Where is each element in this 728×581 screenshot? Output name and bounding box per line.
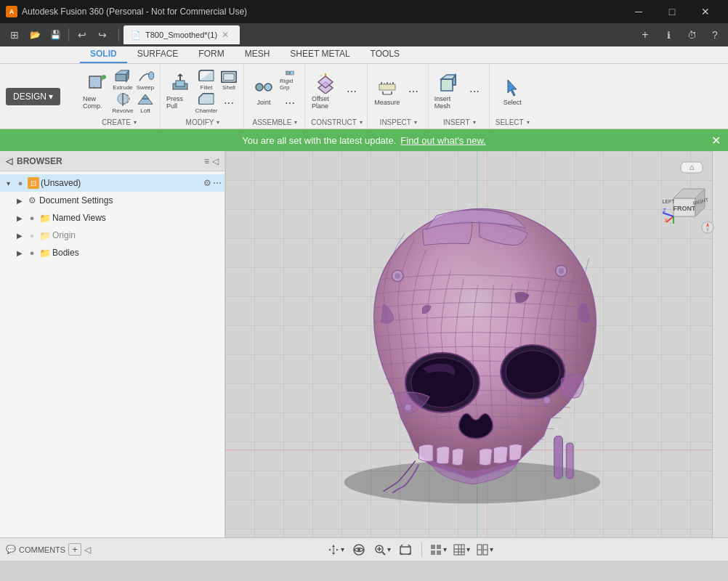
create-dropdown[interactable]: ▾ bbox=[134, 119, 137, 126]
browser-content: ▾ ● ⊡ (Unsaved) ⚙ ⋯ ▶ ⚙ Document Setting… bbox=[0, 171, 225, 537]
viewport[interactable]: ⌂ FRONT RIGHT LEFT X Y Z bbox=[225, 151, 728, 537]
extrude-button[interactable]: Extrude bbox=[113, 69, 133, 91]
more-assemble[interactable]: ⋯ bbox=[280, 92, 300, 114]
svg-rect-49 bbox=[554, 436, 563, 479]
view-cube[interactable]: ⌂ FRONT RIGHT LEFT X Y Z bbox=[663, 158, 721, 216]
notification-close-button[interactable]: ✕ bbox=[711, 134, 721, 147]
add-comment-button[interactable]: + bbox=[68, 543, 81, 556]
tab-mesh[interactable]: MESH bbox=[235, 46, 280, 63]
comments-section[interactable]: 💬 COMMENTS + ◁ bbox=[6, 543, 91, 556]
redo-button[interactable]: ↪ bbox=[94, 26, 111, 44]
maximize-button[interactable]: □ bbox=[655, 0, 689, 23]
eye-icon-root[interactable]: ● bbox=[15, 177, 26, 189]
expand-named-views[interactable]: ▶ bbox=[15, 213, 25, 223]
browser-options[interactable]: ≡ bbox=[204, 156, 209, 166]
sweep-button[interactable]: Sweep bbox=[135, 69, 155, 91]
browser-item-origin[interactable]: ▶ ● 📁 Origin bbox=[0, 227, 225, 244]
add-tab-button[interactable]: + bbox=[635, 25, 655, 45]
pan-tool-button[interactable]: ▾ bbox=[325, 541, 346, 558]
insert-dropdown[interactable]: ▾ bbox=[473, 119, 476, 126]
expand-root[interactable]: ▾ bbox=[3, 178, 13, 188]
browser-panel: ◁ BROWSER ≡ ◁ ▾ ● ⊡ (Unsaved) ⚙ ⋯ bbox=[0, 151, 225, 537]
more-modify[interactable]: ⋯ bbox=[219, 92, 239, 114]
tab-tools[interactable]: TOOLS bbox=[360, 46, 410, 63]
history-button[interactable]: ⏱ bbox=[682, 25, 702, 45]
nav-dropdown[interactable] bbox=[700, 220, 715, 235]
select-button[interactable]: Select bbox=[498, 74, 526, 109]
offset-plane-button[interactable]: Offset Plane bbox=[312, 74, 339, 109]
expand-bodies[interactable]: ▶ bbox=[15, 248, 25, 258]
minimize-button[interactable]: ─ bbox=[622, 0, 655, 23]
browser-title: ◁ BROWSER bbox=[6, 156, 62, 166]
loft-button[interactable]: Loft bbox=[135, 92, 155, 114]
more-icon-root[interactable]: ⋯ bbox=[213, 178, 222, 188]
measure-button[interactable]: Measure bbox=[373, 74, 401, 109]
construct-label: CONSTRUCT ▾ bbox=[311, 118, 363, 126]
more-construct[interactable]: ⋯ bbox=[341, 81, 362, 102]
gear-icon-root[interactable]: ⚙ bbox=[203, 178, 211, 188]
info-button[interactable]: ℹ bbox=[658, 25, 679, 45]
browser-item-bodies[interactable]: ▶ ● 📁 Bodies bbox=[0, 244, 225, 261]
save-button[interactable]: 💾 bbox=[46, 26, 64, 44]
revolve-button[interactable]: Revolve bbox=[113, 92, 133, 114]
more-insert[interactable]: ⋯ bbox=[464, 81, 485, 102]
expand-doc-settings[interactable]: ▶ bbox=[15, 195, 25, 206]
select-dropdown[interactable]: ▾ bbox=[527, 119, 530, 126]
3d-model[interactable] bbox=[262, 166, 683, 514]
tab-surface[interactable]: SURFACE bbox=[127, 46, 189, 63]
svg-text:+: + bbox=[92, 84, 96, 91]
inspect-label: INSPECT ▾ bbox=[380, 118, 417, 126]
grid-button[interactable]: ▾ bbox=[451, 541, 472, 558]
orbit-tool-button[interactable] bbox=[349, 541, 369, 558]
shell-button[interactable]: Shell bbox=[219, 69, 239, 91]
svg-rect-21 bbox=[286, 71, 290, 75]
tab-solid[interactable]: SOLID bbox=[80, 46, 127, 63]
browser-header: ◁ BROWSER ≡ ◁ bbox=[0, 151, 225, 171]
design-button[interactable]: DESIGN ▾ bbox=[6, 88, 60, 105]
insert-mesh-button[interactable]: Insert Mesh bbox=[434, 74, 462, 109]
folder-icon-named-views: 📁 bbox=[39, 213, 51, 223]
browser-pin[interactable]: ◁ bbox=[212, 156, 219, 166]
press-pull-button[interactable]: Press Pull bbox=[166, 74, 194, 109]
select-label: SELECT ▾ bbox=[496, 118, 530, 126]
create-sketch-button[interactable]: + New Comp. bbox=[83, 74, 110, 109]
chamfer-button[interactable]: Chamfer bbox=[196, 92, 217, 114]
eye-icon-bodies[interactable]: ● bbox=[26, 247, 38, 259]
svg-rect-37 bbox=[441, 79, 453, 91]
svg-point-18 bbox=[256, 84, 263, 91]
construct-dropdown[interactable]: ▾ bbox=[360, 119, 363, 126]
tab-close-button[interactable]: ✕ bbox=[222, 30, 229, 40]
tab-sheet-metal[interactable]: SHEET METAL bbox=[280, 46, 360, 63]
assemble-dropdown[interactable]: ▾ bbox=[294, 119, 297, 126]
browser-label: BROWSER bbox=[17, 156, 62, 166]
inspect-dropdown[interactable]: ▾ bbox=[414, 119, 417, 126]
eye-icon-named-views[interactable]: ● bbox=[26, 212, 38, 224]
zoom-tool-button[interactable]: ▾ bbox=[372, 541, 392, 558]
close-button[interactable]: ✕ bbox=[689, 0, 722, 23]
browser-item-doc-settings[interactable]: ▶ ⚙ Document Settings bbox=[0, 192, 225, 209]
active-tab[interactable]: 📄 T800_Smoothed*(1) ✕ bbox=[124, 25, 240, 44]
new-button[interactable]: ⊞ bbox=[6, 26, 23, 44]
joint-button[interactable]: Joint bbox=[250, 74, 278, 109]
svg-rect-80 bbox=[431, 545, 435, 549]
expand-origin[interactable]: ▶ bbox=[15, 230, 25, 240]
folder-icon-origin: 📁 bbox=[39, 230, 51, 240]
open-button[interactable]: 📂 bbox=[26, 26, 44, 44]
fillet-button[interactable]: Fillet bbox=[196, 69, 217, 91]
browser-item-root[interactable]: ▾ ● ⊡ (Unsaved) ⚙ ⋯ bbox=[0, 174, 225, 192]
display-mode-button[interactable]: ▾ bbox=[428, 541, 448, 558]
more-inspect[interactable]: ⋯ bbox=[403, 81, 424, 102]
view-options-button[interactable]: ▾ bbox=[474, 541, 495, 558]
tab-form[interactable]: FORM bbox=[188, 46, 234, 63]
modify-dropdown[interactable]: ▾ bbox=[217, 119, 219, 126]
browser-item-named-views[interactable]: ▶ ● 📁 Named Views bbox=[0, 209, 225, 227]
rigid-group-button[interactable]: Rigid Grp bbox=[280, 69, 300, 91]
help-button[interactable]: ? bbox=[705, 25, 725, 45]
insert-label: INSERT ▾ bbox=[443, 118, 476, 126]
fit-to-window-button[interactable] bbox=[395, 541, 416, 558]
collapse-icon[interactable]: ◁ bbox=[6, 156, 12, 166]
eye-icon-origin[interactable]: ● bbox=[26, 229, 38, 241]
undo-button[interactable]: ↩ bbox=[73, 26, 91, 44]
collapse-comments[interactable]: ◁ bbox=[84, 545, 91, 555]
notification-link[interactable]: Find out what's new. bbox=[400, 135, 485, 146]
